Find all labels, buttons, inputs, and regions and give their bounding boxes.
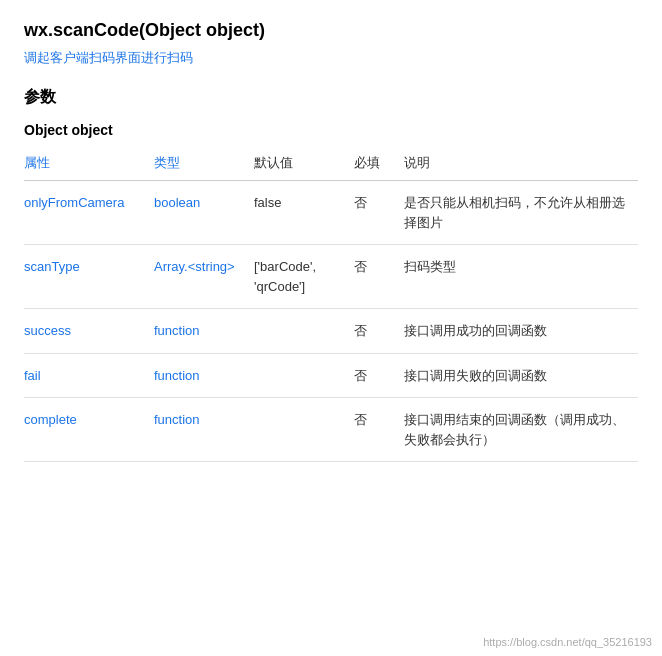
col-header-required: 必填: [354, 148, 404, 181]
cell-default: ['barCode', 'qrCode']: [254, 245, 354, 309]
cell-required: 否: [354, 398, 404, 462]
cell-default: false: [254, 181, 354, 245]
cell-type: Array.<string>: [154, 245, 254, 309]
cell-attr: scanType: [24, 245, 154, 309]
cell-type: function: [154, 309, 254, 354]
cell-attr: fail: [24, 353, 154, 398]
cell-desc: 接口调用结束的回调函数（调用成功、失败都会执行）: [404, 398, 638, 462]
params-table: 属性 类型 默认值 必填 说明 onlyFromCamerabooleanfal…: [24, 148, 638, 462]
cell-attr: complete: [24, 398, 154, 462]
table-row: onlyFromCamerabooleanfalse否是否只能从相机扫码，不允许…: [24, 181, 638, 245]
cell-required: 否: [354, 353, 404, 398]
params-section-title: 参数: [24, 87, 638, 108]
cell-attr: onlyFromCamera: [24, 181, 154, 245]
cell-required: 否: [354, 309, 404, 354]
table-row: scanTypeArray.<string>['barCode', 'qrCod…: [24, 245, 638, 309]
col-header-desc: 说明: [404, 148, 638, 181]
cell-desc: 扫码类型: [404, 245, 638, 309]
cell-required: 否: [354, 245, 404, 309]
table-row: failfunction否接口调用失败的回调函数: [24, 353, 638, 398]
cell-desc: 是否只能从相机扫码，不允许从相册选择图片: [404, 181, 638, 245]
page-title: wx.scanCode(Object object): [24, 20, 638, 41]
col-header-attr: 属性: [24, 148, 154, 181]
watermark: https://blog.csdn.net/qq_35216193: [483, 636, 652, 648]
cell-attr: success: [24, 309, 154, 354]
table-row: completefunction否接口调用结束的回调函数（调用成功、失败都会执行…: [24, 398, 638, 462]
col-header-type: 类型: [154, 148, 254, 181]
cell-desc: 接口调用成功的回调函数: [404, 309, 638, 354]
table-row: successfunction否接口调用成功的回调函数: [24, 309, 638, 354]
object-section-title: Object object: [24, 122, 638, 138]
cell-default: [254, 398, 354, 462]
cell-default: [254, 353, 354, 398]
cell-default: [254, 309, 354, 354]
cell-type: boolean: [154, 181, 254, 245]
cell-required: 否: [354, 181, 404, 245]
col-header-default: 默认值: [254, 148, 354, 181]
cell-type: function: [154, 353, 254, 398]
table-header-row: 属性 类型 默认值 必填 说明: [24, 148, 638, 181]
page-subtitle: 调起客户端扫码界面进行扫码: [24, 49, 638, 67]
cell-desc: 接口调用失败的回调函数: [404, 353, 638, 398]
cell-type: function: [154, 398, 254, 462]
